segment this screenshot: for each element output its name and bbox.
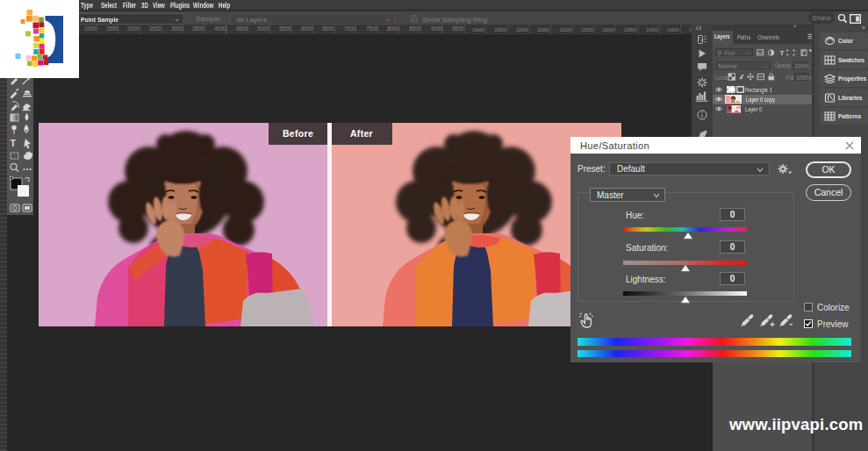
- svg-text:T: T: [11, 138, 17, 148]
- svg-text:T: T: [780, 49, 785, 56]
